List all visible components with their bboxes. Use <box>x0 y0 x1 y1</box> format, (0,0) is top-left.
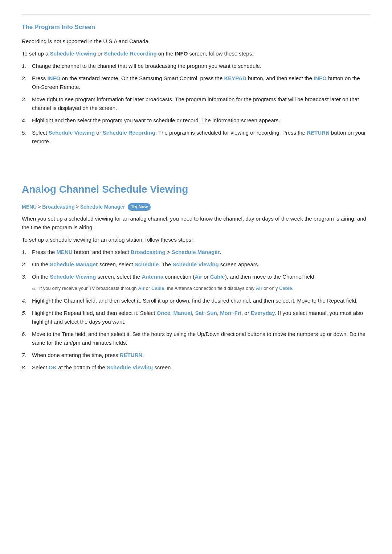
step-num-2: 2. <box>22 74 32 83</box>
mon-fri-kw: Mon~Fri <box>220 310 241 316</box>
try-now-badge[interactable]: Try Now <box>128 203 151 211</box>
return-kw2: RETURN <box>120 352 143 358</box>
schedule-viewing-kw3: Schedule Viewing <box>50 274 96 280</box>
broadcasting-kw: Broadcasting <box>131 249 166 255</box>
info-kw: INFO <box>48 75 61 81</box>
section2-intro1: When you set up a scheduled viewing for … <box>22 214 370 232</box>
menu-kw: MENU <box>57 249 73 255</box>
schedule-recording-kw: Schedule Recording <box>103 130 155 136</box>
schedule-kw: Schedule <box>135 261 159 267</box>
everyday-kw: Everyday <box>251 310 275 316</box>
cable-kw: Cable <box>210 274 225 280</box>
step-num-2-8: 8. <box>22 363 32 372</box>
step-num-2-7: 7. <box>22 351 32 360</box>
step-num-1: 1. <box>22 62 32 70</box>
antenna-kw: Antenna <box>142 274 163 280</box>
schedule-viewing-kw4: Schedule Viewing <box>107 364 153 370</box>
schedule-viewing-link1[interactable]: Schedule Viewing <box>50 50 96 57</box>
step-2-5: 5. Highlight the Repeat filed, and then … <box>22 309 370 326</box>
step-content-2-1: Press the MENU button, and then select B… <box>32 248 370 257</box>
menu-item-menu: MENU <box>22 203 37 211</box>
menu-item-broadcasting: Broadcasting <box>42 203 74 211</box>
section1-intro1: Recording is not supported in the U.S.A … <box>22 37 370 46</box>
chevron2: > <box>76 204 79 210</box>
step-content-2-5: Highlight the Repeat filed, and then sel… <box>32 309 370 326</box>
step-content-2-2: On the Schedule Manager screen, select S… <box>32 260 370 269</box>
step-2-1: 1. Press the MENU button, and then selec… <box>22 248 370 257</box>
section2-steps: 1. Press the MENU button, and then selec… <box>22 248 370 281</box>
step-2-7: 7. When done entering the time, press RE… <box>22 351 370 360</box>
step-content-1: Change the channel to the channel that w… <box>32 62 370 70</box>
chevron1: > <box>38 204 41 210</box>
step-2-4: 4. Highlight the Channel field, and then… <box>22 296 370 305</box>
step-2-2: 2. On the Schedule Manager screen, selec… <box>22 260 370 269</box>
sat-sun-kw: Sat~Sun <box>195 310 217 316</box>
step-num-2-6: 6. <box>22 330 32 338</box>
air-kw2: Air <box>138 286 144 291</box>
keypad-kw: KEYPAD <box>224 75 246 81</box>
step-1-3: 3. Move right to see program information… <box>22 95 370 112</box>
schedule-manager-kw2: Schedule Manager <box>50 261 98 267</box>
manual-kw: Manual <box>173 310 192 316</box>
section1: The Program Info Screen Recording is not… <box>22 15 370 146</box>
step-content-5: Select Schedule Viewing or Schedule Reco… <box>32 128 370 146</box>
return-kw: RETURN <box>307 130 330 136</box>
note-icon: ✏ <box>32 285 36 293</box>
step-1-5: 5. Select Schedule Viewing or Schedule R… <box>22 128 370 146</box>
cable-kw2: Cable <box>151 286 164 291</box>
air-kw3: Air <box>256 286 262 291</box>
section1-title: The Program Info Screen <box>22 15 370 32</box>
step-content-2-6: Move to the Time field, and then select … <box>32 330 370 347</box>
section2-steps-cont: 4. Highlight the Channel field, and then… <box>22 296 370 372</box>
ok-kw: OK <box>49 364 57 370</box>
step-num-3: 3. <box>22 95 32 104</box>
menu-item-schedule-manager: Schedule Manager <box>80 203 125 211</box>
step-1-2: 2. Press INFO on the standard remote. On… <box>22 74 370 91</box>
step-content-2-4: Highlight the Channel field, and then se… <box>32 296 370 305</box>
step-num-4: 4. <box>22 116 32 125</box>
step-1-4: 4. Highlight and then select the program… <box>22 116 370 125</box>
step-content-4: Highlight and then select the program yo… <box>32 116 370 125</box>
step-2-6: 6. Move to the Time field, and then sele… <box>22 330 370 347</box>
step-2-3: 3. On the Schedule Viewing screen, selec… <box>22 272 370 281</box>
once-kw: Once <box>157 310 171 316</box>
schedule-recording-link1[interactable]: Schedule Recording <box>104 50 157 57</box>
note-block-step3: ✏ If you only receive your TV broadcasts… <box>32 285 370 293</box>
step-num-2-2: 2. <box>22 260 32 269</box>
info-keyword: INFO <box>175 50 188 57</box>
section1-intro2: To set up a Schedule Viewing or Schedule… <box>22 49 370 58</box>
step-content-2: Press INFO on the standard remote. On th… <box>32 74 370 91</box>
schedule-manager-kw: Schedule Manager <box>172 249 220 255</box>
schedule-viewing-kw2: Schedule Viewing <box>172 261 219 267</box>
step-num-2-4: 4. <box>22 296 32 305</box>
step-content-2-7: When done entering the time, press RETUR… <box>32 351 370 360</box>
section2: Analog Channel Schedule Viewing MENU > B… <box>22 181 370 372</box>
step-content-2-3: On the Schedule Viewing screen, select t… <box>32 272 370 281</box>
schedule-viewing-kw: Schedule Viewing <box>49 130 95 136</box>
section2-intro2: To set up a schedule viewing for an anal… <box>22 235 370 244</box>
info-kw2: INFO <box>314 75 327 81</box>
cable-kw3: Cable <box>279 286 292 291</box>
step-num-2-3: 3. <box>22 272 32 281</box>
section2-title: Analog Channel Schedule Viewing <box>22 181 370 198</box>
step-2-8: 8. Select OK at the bottom of the Schedu… <box>22 363 370 372</box>
step-1-1: 1. Change the channel to the channel tha… <box>22 62 370 70</box>
step-num-2-1: 1. <box>22 248 32 257</box>
step-content-3: Move right to see program information fo… <box>32 95 370 112</box>
air-kw: Air <box>195 274 202 280</box>
section1-steps: 1. Change the channel to the channel tha… <box>22 62 370 146</box>
step-content-2-8: Select OK at the bottom of the Schedule … <box>32 363 370 372</box>
menu-path: MENU > Broadcasting > Schedule Manager T… <box>22 203 370 211</box>
note-text-step3: If you only receive your TV broadcasts t… <box>39 285 293 292</box>
step-num-5: 5. <box>22 128 32 137</box>
step-num-2-5: 5. <box>22 309 32 317</box>
